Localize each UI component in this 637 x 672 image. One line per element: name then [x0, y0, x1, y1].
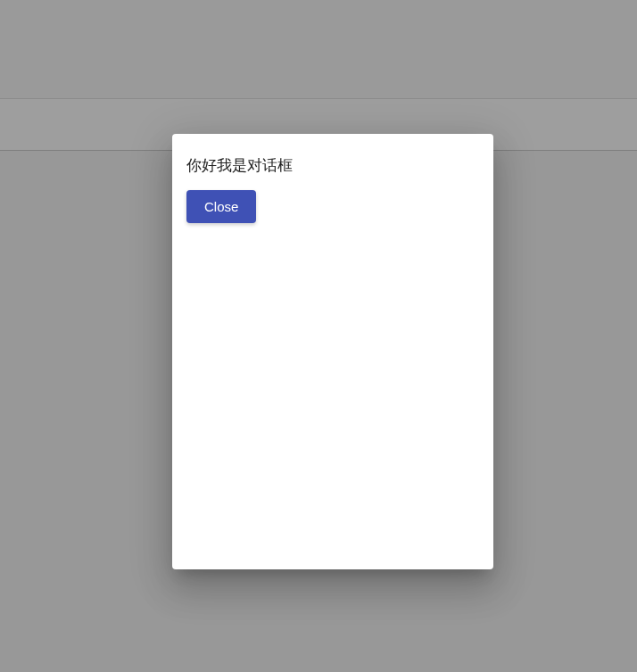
dialog-message: 你好我是对话框: [186, 155, 479, 176]
close-button[interactable]: Close: [186, 190, 256, 223]
dialog: 你好我是对话框 Close: [172, 134, 493, 569]
